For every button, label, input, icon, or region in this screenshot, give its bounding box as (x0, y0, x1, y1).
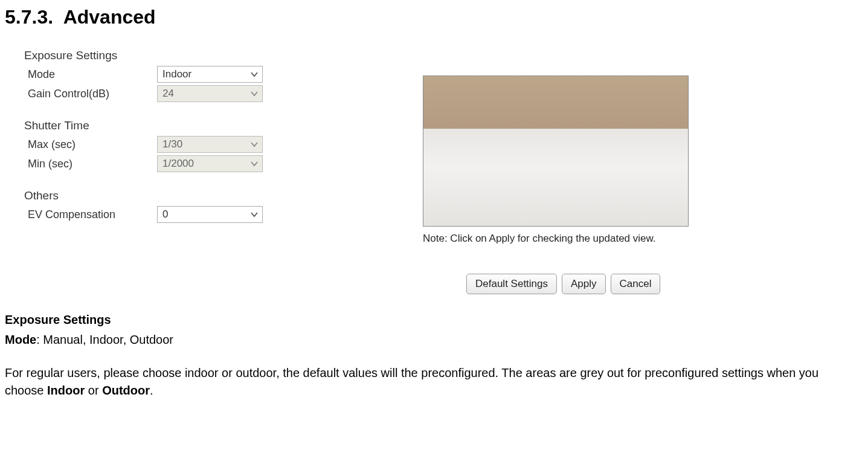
shutter-max-select: 1/30 (157, 136, 263, 153)
section-heading: 5.7.3. Advanced (0, 6, 868, 47)
gain-select-value: 24 (162, 88, 174, 100)
chevron-down-icon (250, 91, 259, 97)
settings-area: Exposure Settings Mode Indoor Gain Contr… (0, 47, 868, 294)
shutter-max-label: Max (sec) (24, 138, 157, 151)
ev-row: EV Compensation 0 (24, 206, 278, 223)
body-mode-options: : Manual, Indoor, Outdoor (36, 333, 173, 346)
chevron-down-icon (250, 141, 259, 147)
body-outdoor: Outdoor (102, 384, 150, 397)
exposure-heading: Exposure Settings (24, 49, 278, 62)
shutter-max-row: Max (sec) 1/30 (24, 136, 278, 153)
default-settings-button[interactable]: Default Settings (466, 274, 557, 294)
ev-select[interactable]: 0 (157, 206, 263, 223)
preview-note: Note: Click on Apply for checking the up… (423, 233, 707, 245)
section-title-text: Advanced (63, 6, 156, 28)
chevron-down-icon (250, 71, 259, 77)
mode-row: Mode Indoor (24, 66, 278, 83)
shutter-max-value: 1/30 (162, 138, 182, 150)
body-indoor: Indoor (47, 384, 85, 397)
mode-label: Mode (24, 68, 157, 81)
body-or: or (85, 384, 102, 397)
gain-label: Gain Control(dB) (24, 88, 157, 100)
shutter-min-row: Min (sec) 1/2000 (24, 155, 278, 172)
ev-label: EV Compensation (24, 208, 157, 221)
mode-select[interactable]: Indoor (157, 66, 263, 83)
gain-row: Gain Control(dB) 24 (24, 85, 278, 102)
preview-image (423, 76, 689, 227)
cancel-button[interactable]: Cancel (611, 274, 661, 294)
shutter-min-select: 1/2000 (157, 155, 263, 172)
body-heading: Exposure Settings (5, 313, 111, 326)
chevron-down-icon (250, 211, 259, 218)
shutter-heading: Shutter Time (24, 119, 278, 132)
body-period: . (150, 384, 153, 397)
shutter-min-value: 1/2000 (162, 158, 194, 170)
body-text: Exposure Settings Mode: Manual, Indoor, … (0, 294, 858, 399)
shutter-min-label: Min (sec) (24, 158, 157, 170)
others-heading: Others (24, 189, 278, 202)
gain-select: 24 (157, 85, 263, 102)
ev-select-value: 0 (162, 208, 168, 221)
body-mode-label: Mode (5, 333, 36, 346)
apply-button[interactable]: Apply (562, 274, 606, 294)
section-number: 5.7.3. (5, 6, 53, 28)
preview-area: Note: Click on Apply for checking the up… (423, 76, 707, 294)
mode-select-value: Indoor (162, 68, 191, 80)
chevron-down-icon (250, 161, 259, 167)
settings-panel: Exposure Settings Mode Indoor Gain Contr… (24, 47, 278, 223)
button-row: Default Settings Apply Cancel (423, 274, 707, 294)
